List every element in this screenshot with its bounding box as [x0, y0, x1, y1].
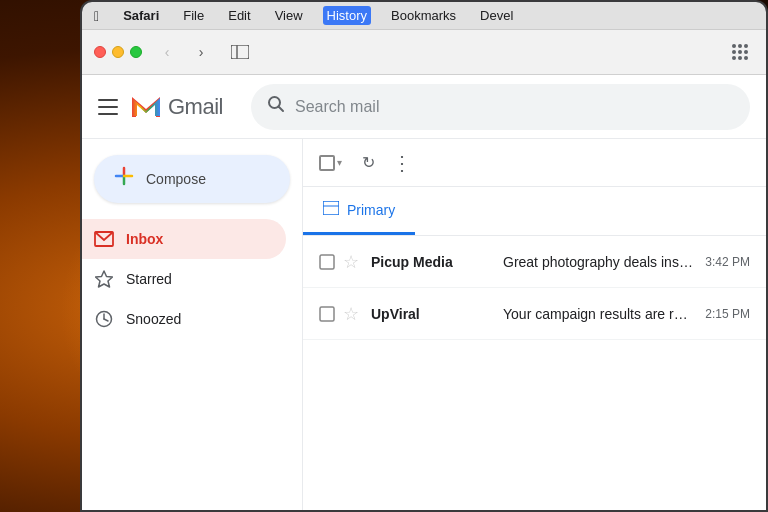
sidebar-item-starred[interactable]: Starred	[82, 259, 286, 299]
gmail-body: Compose Inbox	[82, 139, 766, 511]
svg-rect-19	[320, 307, 334, 321]
gmail-container: Gmail Search mail	[82, 75, 766, 511]
email-row-left: ☆	[319, 303, 359, 325]
svg-rect-16	[323, 201, 339, 215]
tab-primary[interactable]: Primary	[303, 187, 415, 235]
email-sender: Picup Media	[371, 254, 491, 270]
inbox-icon	[94, 229, 114, 249]
more-options-button[interactable]: ⋮	[387, 148, 417, 178]
gmail-header: Gmail Search mail	[82, 75, 766, 139]
menu-safari[interactable]: Safari	[119, 6, 163, 25]
email-list: ☆ Picup Media Great photography deals in…	[303, 236, 766, 511]
forward-button[interactable]: ›	[188, 39, 214, 65]
email-subject: Great photography deals inside...	[503, 254, 693, 270]
macbook-frame:  Safari File Edit View History Bookmark…	[80, 0, 768, 512]
sidebar-item-snoozed[interactable]: Snoozed	[82, 299, 286, 339]
tab-grid-button[interactable]	[726, 38, 754, 66]
compose-button[interactable]: Compose	[94, 155, 290, 203]
gmail-wordmark: Gmail	[168, 94, 223, 120]
clock-icon	[94, 309, 114, 329]
email-time: 3:42 PM	[705, 255, 750, 269]
dropdown-arrow-icon: ▾	[337, 157, 342, 168]
email-row-left: ☆	[319, 251, 359, 273]
gmail-search-bar[interactable]: Search mail	[251, 84, 750, 130]
search-icon	[267, 95, 285, 118]
email-time: 2:15 PM	[705, 307, 750, 321]
snoozed-label: Snoozed	[126, 311, 181, 327]
menu-edit[interactable]: Edit	[224, 6, 254, 25]
email-row[interactable]: ☆ Picup Media Great photography deals in…	[303, 236, 766, 288]
gmail-main-area: ▾ ↻ ⋮ Primary	[302, 139, 766, 511]
email-star-icon[interactable]: ☆	[343, 251, 359, 273]
refresh-button[interactable]: ↻	[353, 148, 383, 178]
sidebar-toggle-button[interactable]	[226, 42, 254, 62]
macos-menubar:  Safari File Edit View History Bookmark…	[82, 2, 766, 30]
email-star-icon[interactable]: ☆	[343, 303, 359, 325]
close-button[interactable]	[94, 46, 106, 58]
back-button[interactable]: ‹	[154, 39, 180, 65]
compose-label: Compose	[146, 171, 206, 187]
search-input[interactable]: Search mail	[295, 98, 734, 116]
gmail-logo: Gmail	[130, 91, 223, 123]
minimize-button[interactable]	[112, 46, 124, 58]
maximize-button[interactable]	[130, 46, 142, 58]
compose-plus-icon	[114, 166, 134, 192]
traffic-lights	[94, 46, 142, 58]
browser-toolbar: ‹ ›	[82, 30, 766, 74]
menu-history[interactable]: History	[323, 6, 371, 25]
menu-develop[interactable]: Devel	[476, 6, 517, 25]
svg-rect-0	[231, 45, 249, 59]
svg-line-4	[278, 107, 283, 112]
category-tabs: Primary	[303, 187, 766, 236]
email-checkbox-icon[interactable]	[319, 254, 335, 270]
menu-bookmarks[interactable]: Bookmarks	[387, 6, 460, 25]
tab-primary-label: Primary	[347, 202, 395, 218]
select-all-checkbox[interactable]: ▾	[319, 148, 349, 178]
email-checkbox-icon[interactable]	[319, 306, 335, 322]
email-sender: UpViral	[371, 306, 491, 322]
menu-file[interactable]: File	[179, 6, 208, 25]
star-icon	[94, 269, 114, 289]
svg-rect-18	[320, 255, 334, 269]
hamburger-menu-button[interactable]	[98, 97, 118, 117]
starred-label: Starred	[126, 271, 172, 287]
grid-icon	[732, 44, 748, 60]
gmail-main-toolbar: ▾ ↻ ⋮	[303, 139, 766, 187]
gmail-m-icon	[130, 91, 162, 123]
gmail-sidebar: Compose Inbox	[82, 139, 302, 511]
sidebar-item-inbox[interactable]: Inbox	[82, 219, 286, 259]
email-row[interactable]: ☆ UpViral Your campaign results are read…	[303, 288, 766, 340]
email-subject: Your campaign results are ready...	[503, 306, 693, 322]
svg-line-15	[104, 319, 108, 321]
checkbox-icon	[319, 155, 335, 171]
inbox-label: Inbox	[126, 231, 163, 247]
menu-view[interactable]: View	[271, 6, 307, 25]
svg-marker-12	[96, 271, 113, 287]
browser-chrome: ‹ ›	[82, 30, 766, 75]
apple-menu[interactable]: 	[94, 8, 99, 24]
compose-icon	[114, 166, 134, 186]
primary-tab-icon	[323, 201, 339, 219]
